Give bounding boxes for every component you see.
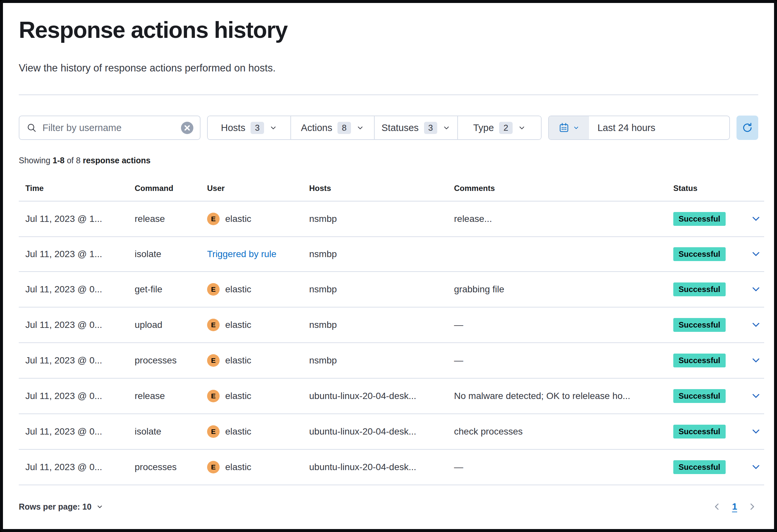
chevron-down-icon [573, 124, 579, 131]
cell-status: Successful [667, 272, 743, 307]
expand-row-button[interactable] [750, 212, 762, 225]
results-range: 1-8 [53, 156, 65, 165]
user-avatar: E [207, 390, 220, 402]
table-row: Jul 11, 2023 @ 0... processes E elastic … [19, 449, 764, 485]
filter-actions-count-badge: 8 [337, 122, 351, 134]
user-avatar: E [207, 213, 220, 225]
date-picker-menu-button[interactable] [549, 116, 589, 139]
cell-command: release [128, 201, 201, 237]
cell-hosts: ubuntu-linux-20-04-desk... [303, 378, 447, 414]
table-row: Jul 11, 2023 @ 0... isolate E elastic ub… [19, 414, 764, 449]
status-badge: Successful [673, 460, 726, 474]
chevron-down-icon [751, 426, 761, 436]
cell-user: E elastic [201, 307, 303, 343]
user-name: elastic [225, 320, 251, 330]
cell-expand [743, 307, 764, 343]
table-row: Jul 11, 2023 @ 0... processes E elastic … [19, 343, 764, 378]
status-badge: Successful [673, 389, 726, 403]
cell-comments: No malware detected; OK to relelease ho.… [447, 378, 667, 414]
filter-type-count-badge: 2 [499, 122, 512, 134]
status-badge: Successful [673, 247, 726, 261]
app-window: Response actions history View the histor… [0, 0, 777, 532]
cell-comments: grabbing file [447, 272, 667, 307]
user-name: elastic [225, 284, 251, 295]
pagination-prev-button[interactable] [711, 500, 723, 513]
date-range-picker: Last 24 hours [548, 116, 730, 140]
cell-time: Jul 11, 2023 @ 0... [19, 414, 128, 449]
user-avatar: E [207, 283, 220, 296]
cell-status: Successful [667, 414, 743, 449]
triggered-by-rule-link[interactable]: Triggered by rule [207, 249, 276, 259]
refresh-icon [742, 122, 753, 133]
search-icon [27, 123, 36, 133]
pagination-page-1[interactable]: 1 [732, 501, 737, 512]
filter-hosts-count-badge: 3 [250, 122, 264, 134]
cell-time: Jul 11, 2023 @ 1... [19, 237, 128, 272]
cell-command: release [128, 378, 201, 414]
user-avatar: E [207, 354, 220, 367]
refresh-button[interactable] [737, 116, 758, 140]
cell-status: Successful [667, 343, 743, 378]
search-input[interactable] [42, 122, 181, 133]
chevron-down-icon [751, 355, 761, 365]
chevron-left-icon [712, 502, 722, 512]
results-middle: of 8 [65, 156, 83, 165]
filter-actions-button[interactable]: Actions 8 [291, 116, 375, 139]
filter-statuses-label: Statuses [381, 122, 419, 133]
user-avatar: E [207, 319, 220, 331]
filter-hosts-button[interactable]: Hosts 3 [208, 116, 292, 139]
cell-expand [743, 201, 764, 237]
filter-bar: Hosts 3 Actions 8 Statuses 3 Type 2 [19, 116, 758, 140]
table-row: Jul 11, 2023 @ 0... release E elastic ub… [19, 378, 764, 414]
user-name: elastic [225, 391, 251, 401]
cell-expand [743, 237, 764, 272]
cell-user: E elastic [201, 201, 303, 237]
chevron-down-icon [442, 124, 450, 132]
expand-row-button[interactable] [750, 247, 762, 260]
filter-button-group: Hosts 3 Actions 8 Statuses 3 Type 2 [207, 116, 542, 140]
user-avatar: E [207, 461, 220, 473]
table-row: Jul 11, 2023 @ 1... isolate Triggered by… [19, 237, 764, 272]
expand-row-button[interactable] [750, 283, 762, 295]
cell-user: Triggered by rule [201, 237, 303, 272]
cell-time: Jul 11, 2023 @ 0... [19, 449, 128, 485]
user-name: elastic [225, 214, 251, 224]
chevron-down-icon [751, 249, 761, 259]
cell-command: upload [128, 307, 201, 343]
filter-hosts-label: Hosts [221, 122, 245, 133]
expand-row-button[interactable] [750, 318, 762, 331]
date-range-value[interactable]: Last 24 hours [589, 116, 729, 139]
cell-status: Successful [667, 378, 743, 414]
header-divider [19, 95, 758, 95]
cell-time: Jul 11, 2023 @ 0... [19, 343, 128, 378]
chevron-down-icon [96, 503, 103, 510]
filter-type-button[interactable]: Type 2 [458, 116, 541, 139]
column-header-expand [743, 178, 764, 201]
filter-statuses-button[interactable]: Statuses 3 [375, 116, 458, 139]
pagination-next-button[interactable] [746, 500, 758, 513]
cell-command: processes [128, 343, 201, 378]
rows-per-page-label: Rows per page: 10 [19, 502, 92, 512]
clear-x-icon [181, 121, 194, 135]
expand-row-button[interactable] [750, 460, 762, 473]
rows-per-page-button[interactable]: Rows per page: 10 [19, 502, 103, 512]
cell-command: get-file [128, 272, 201, 307]
status-badge: Successful [673, 283, 726, 296]
table-header-row: Time Command User Hosts Comments Status [19, 178, 764, 201]
column-header-comments: Comments [447, 178, 667, 201]
cell-user: E elastic [201, 272, 303, 307]
expand-row-button[interactable] [750, 354, 762, 366]
expand-row-button[interactable] [750, 425, 762, 437]
status-badge: Successful [673, 425, 726, 438]
cell-user: E elastic [201, 378, 303, 414]
cell-hosts: ubuntu-linux-20-04-desk... [303, 449, 447, 485]
cell-hosts: nsmbp [303, 343, 447, 378]
clear-search-button[interactable] [181, 121, 194, 135]
status-badge: Successful [673, 212, 726, 226]
user-avatar: E [207, 425, 220, 438]
expand-row-button[interactable] [750, 390, 762, 402]
filter-actions-label: Actions [301, 122, 332, 133]
results-suffix: response actions [83, 156, 151, 165]
chevron-right-icon [747, 502, 757, 512]
cell-expand [743, 378, 764, 414]
